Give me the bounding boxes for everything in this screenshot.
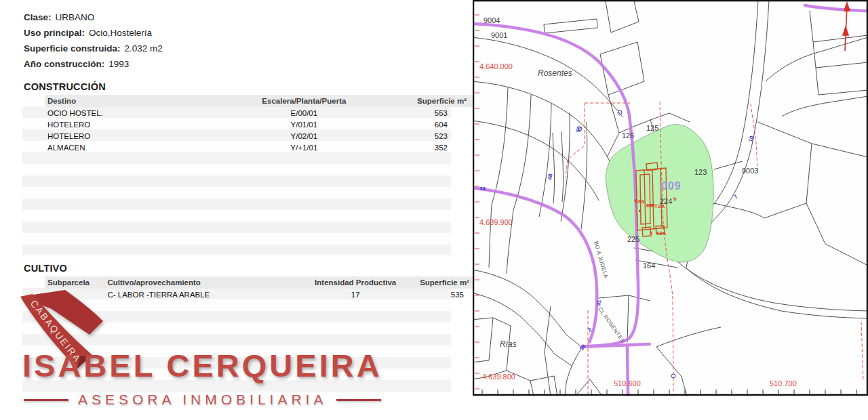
table-row: OCIO HOSTEL.E/00/01553 <box>45 107 473 119</box>
field-uso-principal: Uso principal:Ocio,Hostelería <box>24 25 473 41</box>
field-value: 2.032 m2 <box>125 43 163 54</box>
cultivo-table: SubparcelaCultivo/aprovechamientoIntensi… <box>45 276 473 300</box>
column-header: Subparcela <box>45 276 104 289</box>
tagline-left-bar <box>24 399 68 401</box>
field-superficie-construida: Superficie construida:2.032 m2 <box>24 41 473 56</box>
field-ano-construccion: Año construcción:1993 <box>24 56 473 72</box>
map-label: TZA <box>634 198 645 205</box>
highlighted-parcel <box>606 125 713 262</box>
construction-table: DestinoEscalera/Planta/PuertaSuperficie … <box>45 95 473 153</box>
table-cell: 17 <box>307 289 405 300</box>
table-cell: E/00/01 <box>242 107 366 119</box>
construction-table-area: DestinoEscalera/Planta/PuertaSuperficie … <box>22 95 451 255</box>
field-clase: Clase:URBANO <box>24 9 473 25</box>
cadastral-map-canvas: 90049001Rosentes1261251239003224225164Rí… <box>473 0 868 396</box>
table-cell: C- LABOR -TIERRA ARABLE <box>104 289 306 300</box>
map-label: 48 <box>547 173 554 180</box>
map-label: 510.600 <box>614 379 641 387</box>
table-cell: HOTELERO <box>45 119 242 130</box>
map-label: Rías <box>500 339 517 349</box>
column-header: Superficie m² <box>405 276 473 289</box>
cultivo-table-area: SubparcelaCultivo/aprovechamientoIntensi… <box>22 276 451 393</box>
property-info-panel: Clase:URBANO Uso principal:Ocio,Hosteler… <box>0 0 473 420</box>
field-value: Ocio,Hostelería <box>89 28 152 38</box>
map-label: 225 <box>627 235 639 243</box>
map-label: 4.639.800 <box>482 373 515 381</box>
field-label: Clase: <box>24 12 52 22</box>
table-cell <box>45 289 104 300</box>
map-label: 9004 <box>484 16 500 24</box>
boundary-dashed-lines <box>566 102 863 396</box>
map-label: 9001 <box>491 31 507 39</box>
table-cell: 553 <box>366 107 473 119</box>
map-label: 9003 <box>742 167 758 175</box>
table-cell: 535 <box>405 289 473 300</box>
table-row: HOTELEROY/02/01523 <box>45 130 473 142</box>
map-label: CL ROSENTES <box>597 306 626 344</box>
cultivo-heading: CULTIVO <box>24 263 473 274</box>
column-header: Superficie m² <box>366 95 473 107</box>
field-value: 1993 <box>108 59 129 69</box>
map-label: 38 <box>479 186 486 192</box>
map-label: 126 <box>622 131 634 140</box>
map-label: B+I <box>646 203 655 209</box>
table-cell: ALMACEN <box>45 142 242 153</box>
map-label: TZA <box>656 230 667 236</box>
tagline-text: ASESORA INMOBILIARIA <box>78 392 327 408</box>
map-label: 7 <box>733 193 740 200</box>
field-label: Uso principal: <box>24 28 85 38</box>
field-value: URBANO <box>56 12 95 22</box>
cadastral-map: 90049001Rosentes1261251239003224225164Rí… <box>473 0 868 396</box>
column-header: Intensidad Productiva <box>307 276 405 289</box>
map-label: 123 <box>694 168 707 176</box>
map-label: a <box>650 230 653 236</box>
table-cell: HOTELERO <box>45 130 242 142</box>
map-label: 164 <box>643 261 655 270</box>
agency-tagline: ASESORA INMOBILIARIA <box>24 392 410 408</box>
table-cell: OCIO HOSTEL. <box>45 107 242 119</box>
column-header: Escalera/Planta/Puerta <box>242 95 366 107</box>
table-cell: Y/01/01 <box>242 119 366 130</box>
table-cell: 352 <box>366 142 473 153</box>
property-fields: Clase:URBANO Uso principal:Ocio,Hosteler… <box>0 0 473 72</box>
map-label: 4.640.000 <box>479 62 513 70</box>
map-label: 50 <box>574 125 583 133</box>
table-row: HOTELEROY/01/01604 <box>45 119 473 130</box>
table-cell: Y/02/01 <box>242 130 366 142</box>
table-cell: 523 <box>366 130 473 142</box>
table-cell: 604 <box>366 119 473 130</box>
table-cell: Y/+1/01 <box>242 142 366 153</box>
map-label: Rosentes <box>538 68 572 78</box>
map-label: 125 <box>646 124 658 132</box>
map-label: 009 <box>661 180 682 192</box>
field-label: Año construcción: <box>24 59 104 69</box>
column-header: Cultivo/aprovechamiento <box>104 276 306 289</box>
construction-heading: CONSTRUCCIÓN <box>24 81 473 92</box>
column-header: Destino <box>45 95 242 107</box>
map-label: 41 <box>595 299 603 306</box>
table-row: C- LABOR -TIERRA ARABLE17535 <box>45 289 473 300</box>
map-label: b <box>673 196 677 202</box>
map-label: TZA <box>654 203 665 209</box>
map-labels: 90049001Rosentes1261251239003224225164Rí… <box>479 16 797 387</box>
tagline-right-bar <box>336 399 381 401</box>
field-label: Superficie construida: <box>24 43 121 54</box>
property-sheet-page: Clase:URBANO Uso principal:Ocio,Hosteler… <box>0 0 868 420</box>
map-label: 510.700 <box>770 379 797 387</box>
map-label: 4.639.900 <box>479 218 513 226</box>
table-row: ALMACENY/+1/01352 <box>45 142 473 153</box>
